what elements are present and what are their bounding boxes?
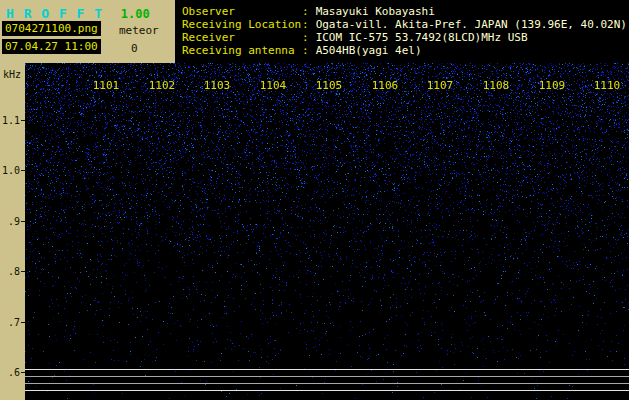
info-value: Ogata-vill. Akita-Pref. JAPAN (139.96E, … bbox=[316, 18, 627, 31]
observer-info-panel: Observer : Masayuki Kobayashi Receiving … bbox=[175, 0, 629, 63]
info-colon: : bbox=[302, 31, 309, 44]
datetime-badge: 07.04.27 11:00 bbox=[2, 39, 101, 54]
y-axis-unit: kHz bbox=[3, 69, 21, 80]
x-tick-label: 1101 bbox=[86, 80, 126, 92]
info-row-antenna: Receiving antenna : A504HB(yagi 4el) bbox=[182, 44, 422, 57]
info-label: Receiving Location bbox=[182, 18, 302, 31]
app-version: 1.00 bbox=[121, 7, 150, 21]
info-colon: : bbox=[302, 44, 309, 57]
info-colon: : bbox=[302, 18, 309, 31]
y-tick-label: .7 bbox=[0, 317, 25, 328]
y-tick-text: 1.0 bbox=[2, 165, 20, 176]
meteor-count: 0 bbox=[131, 42, 138, 55]
y-tick-label: .6 bbox=[0, 367, 25, 378]
x-tick-label: 1107 bbox=[420, 80, 460, 92]
y-tick-label: 1.0 bbox=[0, 165, 25, 176]
spectrogram: 1101 1102 1103 1104 1105 1106 1107 1108 … bbox=[25, 63, 629, 400]
x-tick-label: 1106 bbox=[365, 80, 405, 92]
x-tick-label: 1108 bbox=[476, 80, 516, 92]
y-tick-label: .9 bbox=[0, 216, 25, 227]
x-tick-label: 1109 bbox=[532, 80, 572, 92]
y-tick-text: 1.1 bbox=[2, 115, 20, 126]
y-tick-text: .7 bbox=[8, 317, 20, 328]
title-row: H R O F F T 1.00 bbox=[6, 3, 150, 22]
y-tick-text: .9 bbox=[8, 216, 20, 227]
info-colon: : bbox=[302, 5, 309, 18]
info-row-receiver: Receiver : ICOM IC-575 53.7492(8LCD)MHz … bbox=[182, 31, 528, 44]
mode-label: meteor bbox=[119, 24, 159, 37]
level-grid-line bbox=[25, 376, 629, 377]
y-tick-text: .8 bbox=[8, 266, 20, 277]
info-label: Observer bbox=[182, 5, 302, 18]
info-row-observer: Observer : Masayuki Kobayashi bbox=[182, 5, 435, 18]
x-tick-label: 1105 bbox=[309, 80, 349, 92]
spectrogram-noise-canvas bbox=[25, 63, 629, 400]
info-value: Masayuki Kobayashi bbox=[316, 5, 435, 18]
y-tick-label: 1.1 bbox=[0, 115, 25, 126]
info-value: A504HB(yagi 4el) bbox=[316, 44, 422, 57]
filename-badge: 0704271100.png bbox=[2, 21, 101, 36]
level-grid-line bbox=[25, 369, 629, 370]
level-grid-line bbox=[25, 383, 629, 384]
x-tick-label: 1110 bbox=[587, 80, 627, 92]
y-tick-text: .6 bbox=[8, 367, 20, 378]
info-label: Receiver bbox=[182, 31, 302, 44]
info-value: ICOM IC-575 53.7492(8LCD)MHz USB bbox=[316, 31, 528, 44]
level-grid-line bbox=[25, 390, 629, 391]
info-label: Receiving antenna bbox=[182, 44, 302, 57]
header-left: H R O F F T 1.00 0704271100.png meteor 0… bbox=[0, 0, 175, 63]
app-title: H R O F F T bbox=[6, 6, 103, 21]
x-tick-label: 1103 bbox=[197, 80, 237, 92]
hrofft-window: H R O F F T 1.00 0704271100.png meteor 0… bbox=[0, 0, 629, 400]
y-tick-label: .8 bbox=[0, 266, 25, 277]
info-row-location: Receiving Location : Ogata-vill. Akita-P… bbox=[182, 18, 627, 31]
x-tick-label: 1102 bbox=[142, 80, 182, 92]
x-tick-label: 1104 bbox=[253, 80, 293, 92]
